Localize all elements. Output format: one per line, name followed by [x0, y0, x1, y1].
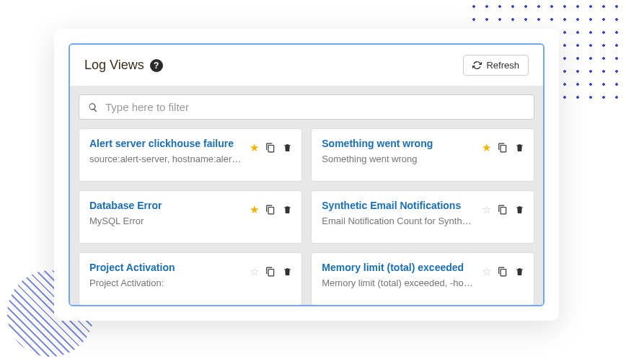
card-description: Memory limit (total) exceeded, -ho… — [322, 278, 524, 288]
log-view-card[interactable]: Project Activation Project Activation: ☆ — [79, 252, 302, 305]
log-views-panel: Log Views ? Refresh — [69, 43, 545, 306]
copy-icon[interactable] — [265, 142, 276, 154]
log-view-card[interactable]: Database Error MySQL Error ★ — [79, 190, 302, 244]
trash-icon[interactable] — [281, 204, 293, 216]
copy-icon[interactable] — [497, 204, 508, 216]
copy-icon[interactable] — [497, 142, 508, 154]
help-icon[interactable]: ? — [150, 59, 163, 72]
card-actions: ☆ — [248, 266, 293, 278]
page-title: Log Views ? — [84, 58, 163, 73]
card-description: Something went wrong — [322, 154, 524, 164]
card-description: MySQL Error — [89, 216, 291, 226]
panel-header: Log Views ? Refresh — [70, 45, 543, 86]
filter-input-wrap[interactable] — [79, 94, 534, 120]
page-title-text: Log Views — [84, 58, 144, 73]
log-view-card[interactable]: Memory limit (total) exceeded Memory lim… — [311, 252, 534, 305]
trash-icon[interactable] — [513, 142, 525, 154]
copy-icon[interactable] — [497, 266, 508, 278]
copy-icon[interactable] — [265, 266, 276, 278]
views-grid: Alert server clickhouse failure source:a… — [79, 128, 534, 305]
log-view-card[interactable]: Alert server clickhouse failure source:a… — [79, 128, 302, 182]
card-actions: ☆ — [480, 204, 525, 216]
refresh-button[interactable]: Refresh — [463, 55, 529, 76]
copy-icon[interactable] — [265, 204, 276, 216]
trash-icon[interactable] — [513, 204, 525, 216]
star-icon[interactable]: ☆ — [480, 266, 492, 278]
trash-icon[interactable] — [281, 142, 293, 154]
refresh-icon — [472, 61, 482, 70]
star-icon[interactable]: ★ — [480, 142, 492, 154]
trash-icon[interactable] — [513, 266, 525, 278]
app-window: Log Views ? Refresh — [54, 29, 559, 321]
log-view-card[interactable]: Something went wrong Something went wron… — [311, 128, 534, 182]
content-area: Alert server clickhouse failure source:a… — [70, 86, 543, 305]
star-icon[interactable]: ★ — [248, 142, 260, 154]
card-actions: ★ — [248, 142, 293, 154]
filter-input[interactable] — [105, 101, 525, 113]
refresh-label: Refresh — [486, 60, 519, 71]
log-view-card[interactable]: Synthetic Email Notifications Email Noti… — [311, 190, 534, 244]
star-icon[interactable]: ☆ — [248, 266, 260, 278]
search-icon — [88, 102, 98, 112]
star-icon[interactable]: ★ — [248, 204, 260, 216]
card-actions: ☆ — [480, 266, 525, 278]
star-icon[interactable]: ☆ — [480, 204, 492, 216]
card-description: Project Activation: — [89, 278, 291, 288]
trash-icon[interactable] — [281, 266, 293, 278]
card-actions: ★ — [248, 204, 293, 216]
card-actions: ★ — [480, 142, 525, 154]
card-description: Email Notification Count for Synth… — [322, 216, 524, 226]
card-description: source:alert-server, hostname:aler… — [89, 154, 291, 164]
